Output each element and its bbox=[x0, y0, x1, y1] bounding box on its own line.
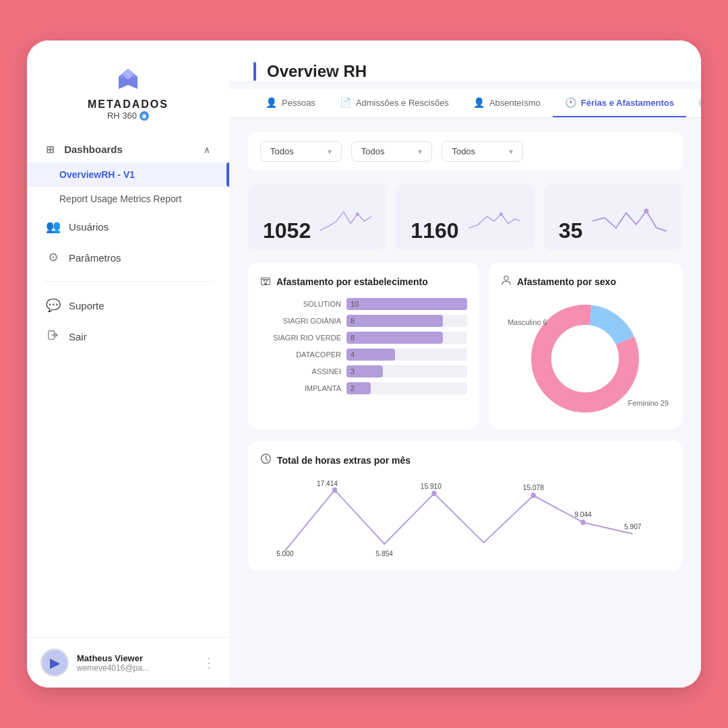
header-bar bbox=[253, 62, 256, 81]
logo-area: METADADOS RH 360 ◉ bbox=[27, 40, 229, 137]
bar-val-3: 4 bbox=[351, 351, 355, 359]
more-options-button[interactable]: ⋮ bbox=[202, 655, 216, 671]
bar-row-0: SOLUTION 10 bbox=[260, 298, 467, 310]
sidebar-item-parametros[interactable]: ⚙ Parâmetros bbox=[27, 242, 229, 273]
params-icon: ⚙ bbox=[46, 250, 61, 265]
filters-row: Todos ▾ Todos ▾ Todos ▾ bbox=[248, 131, 682, 171]
svg-point-15 bbox=[332, 487, 337, 493]
bar-val-1: 8 bbox=[351, 317, 355, 325]
dashboards-label: Dashboards bbox=[64, 144, 123, 155]
line-chart-card: Total de horas extras por mês 17.414 5.8… bbox=[248, 441, 682, 571]
clock-icon bbox=[260, 453, 272, 467]
sair-label: Sair bbox=[69, 331, 87, 342]
sidebar-item-sair[interactable]: Sair bbox=[27, 321, 229, 353]
horas-tab-icon: 🕐 bbox=[698, 97, 701, 108]
line-chart-area: 17.414 5.854 15.910 15.078 9.044 5.907 5… bbox=[260, 477, 670, 564]
filter-chevron-2: ▾ bbox=[418, 147, 422, 156]
kpi-sparkline-2 bbox=[592, 201, 667, 241]
svg-point-5 bbox=[644, 209, 649, 214]
svg-point-10 bbox=[504, 276, 508, 280]
bar-row-5: IMPLANTA 2 bbox=[260, 382, 467, 394]
user-email: wemeve4016@pa... bbox=[77, 663, 194, 673]
svg-point-4 bbox=[499, 212, 503, 216]
sidebar-item-suporte[interactable]: 💬 Suporte bbox=[27, 290, 229, 321]
svg-text:9.044: 9.044 bbox=[574, 510, 591, 518]
filter-3[interactable]: Todos ▾ bbox=[442, 141, 523, 162]
donut-wrapper: Masculino 6 Feminino 29 bbox=[501, 298, 670, 419]
page-title: Overview RH bbox=[267, 62, 367, 81]
donut-label-feminino: Feminino 29 bbox=[628, 399, 669, 407]
parametros-label: Parâmetros bbox=[69, 252, 121, 264]
kpi-value-0: 1052 bbox=[263, 220, 311, 241]
bar-row-4: ASSINEI 3 bbox=[260, 365, 467, 377]
bar-chart-title: Afastamento por estabelecimento bbox=[260, 275, 467, 289]
svg-text:5.854: 5.854 bbox=[376, 549, 393, 557]
users-icon: 👥 bbox=[46, 219, 61, 234]
bar-label-3: DATACOPER bbox=[260, 351, 341, 359]
bar-label-2: SIAGRI RIO VERDE bbox=[260, 334, 341, 342]
sidebar-item-report-usage[interactable]: Report Usage Metrics Report bbox=[27, 187, 229, 211]
logout-icon bbox=[46, 329, 61, 344]
chevron-up-icon: ∧ bbox=[204, 145, 210, 155]
sidebar: METADADOS RH 360 ◉ ⊞ Dashboards ∧ Overvi… bbox=[27, 40, 229, 688]
sidebar-item-overviewrh[interactable]: OverviewRH - V1 bbox=[27, 162, 229, 187]
dashboards-icon: ⊞ bbox=[46, 144, 55, 155]
svg-rect-7 bbox=[264, 280, 265, 281]
svg-point-16 bbox=[431, 491, 436, 496]
brand-badge: ◉ bbox=[140, 111, 149, 121]
tab-absenteismo[interactable]: 👤 Absenteísmo bbox=[461, 89, 553, 117]
kpi-row: 1052 1160 bbox=[248, 183, 682, 251]
building-icon bbox=[260, 275, 271, 289]
donut-chart-card: Afastamento por sexo Masculino 6 bbox=[489, 263, 682, 429]
charts-row: Afastamento por estabelecimento SOLUTION… bbox=[248, 263, 682, 429]
bar-val-4: 3 bbox=[351, 367, 355, 375]
main-area: Overview RH 👤 Pessoas 📄 Admissões e Resc… bbox=[229, 40, 701, 688]
bar-row-1: SIAGRI GOIÂNIA 8 bbox=[260, 315, 467, 327]
bar-chart-card: Afastamento por estabelecimento SOLUTION… bbox=[248, 263, 479, 429]
usuarios-label: Usuários bbox=[69, 221, 109, 233]
bar-label-5: IMPLANTA bbox=[260, 384, 341, 392]
filter-1[interactable]: Todos ▾ bbox=[260, 141, 342, 162]
bar-val-2: 8 bbox=[351, 334, 355, 342]
tab-horas-extras[interactable]: 🕐 Horas Extras bbox=[686, 89, 701, 117]
svg-text:5.907: 5.907 bbox=[624, 522, 641, 530]
sidebar-item-usuarios[interactable]: 👥 Usuários bbox=[27, 211, 229, 242]
line-chart-title: Total de horas extras por mês bbox=[260, 453, 670, 467]
dashboards-header[interactable]: ⊞ Dashboards ∧ bbox=[27, 137, 229, 162]
svg-text:17.414: 17.414 bbox=[317, 479, 338, 487]
bar-label-4: ASSINEI bbox=[260, 367, 341, 375]
tab-admissoes[interactable]: 📄 Admissões e Rescisões bbox=[328, 89, 461, 117]
dashboards-section: ⊞ Dashboards ∧ OverviewRH - V1 Report Us… bbox=[27, 137, 229, 211]
bar-label-1: SIAGRI GOIÂNIA bbox=[260, 317, 341, 325]
kpi-card-2: 35 bbox=[544, 183, 682, 251]
bar-row-2: SIAGRI RIO VERDE 8 bbox=[260, 332, 467, 344]
kpi-sparkline-0 bbox=[320, 201, 371, 241]
kpi-card-1: 1160 bbox=[396, 183, 534, 251]
bar-label-0: SOLUTION bbox=[260, 300, 341, 308]
bar-row-3: DATACOPER 4 bbox=[260, 348, 467, 361]
svg-text:5.000: 5.000 bbox=[276, 549, 293, 557]
main-content: Todos ▾ Todos ▾ Todos ▾ 1052 bbox=[229, 118, 701, 688]
brand-name: METADADOS bbox=[88, 98, 169, 111]
main-header: Overview RH bbox=[229, 40, 701, 81]
svg-text:15.910: 15.910 bbox=[421, 482, 442, 490]
tab-ferias[interactable]: 🕐 Férias e Afastamentos bbox=[553, 89, 686, 117]
tabs-bar: 👤 Pessoas 📄 Admissões e Rescisões 👤 Abse… bbox=[229, 89, 701, 118]
svg-rect-8 bbox=[266, 280, 268, 281]
avatar-icon: ▶ bbox=[50, 655, 60, 671]
ferias-tab-icon: 🕐 bbox=[565, 97, 576, 108]
filter-2[interactable]: Todos ▾ bbox=[351, 141, 433, 162]
pessoas-tab-icon: 👤 bbox=[266, 97, 277, 108]
tab-pessoas[interactable]: 👤 Pessoas bbox=[253, 89, 328, 117]
brand-sub: RH 360 ◉ bbox=[107, 111, 149, 121]
avatar: ▶ bbox=[40, 648, 69, 677]
kpi-sparkline-1 bbox=[468, 201, 520, 241]
svg-point-13 bbox=[551, 325, 619, 392]
bar-list: SOLUTION 10 SIAGRI GOIÂNIA 8 bbox=[260, 298, 467, 394]
svg-point-3 bbox=[356, 212, 359, 216]
donut-chart-title: Afastamento por sexo bbox=[501, 275, 670, 289]
person-icon bbox=[501, 275, 512, 289]
kpi-value-2: 35 bbox=[559, 220, 583, 241]
user-footer: ▶ Matheus Viewer wemeve4016@pa... ⋮ bbox=[27, 637, 229, 688]
bar-val-5: 2 bbox=[351, 384, 355, 392]
